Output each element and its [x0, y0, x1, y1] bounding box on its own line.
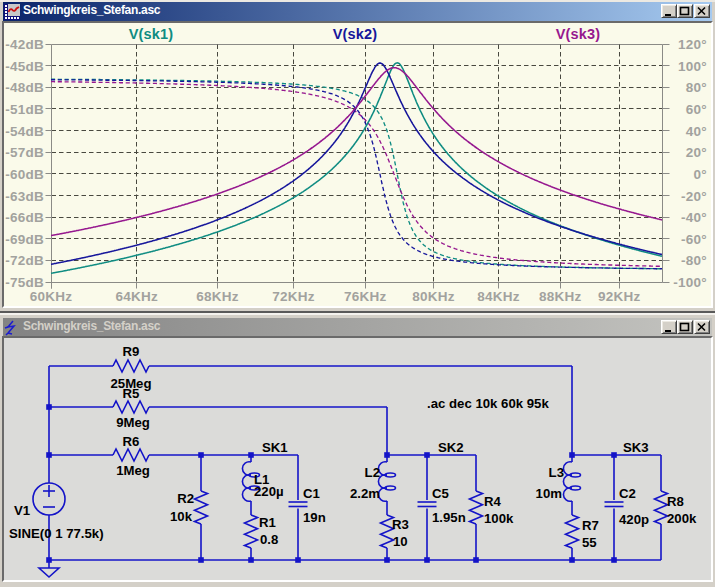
svg-text:0.8: 0.8: [260, 532, 278, 547]
svg-text:SK1: SK1: [262, 440, 288, 455]
svg-text:40°: 40°: [686, 124, 707, 139]
svg-text:72KHz: 72KHz: [272, 289, 315, 304]
svg-text:L2: L2: [365, 465, 380, 480]
svg-text:76KHz: 76KHz: [344, 289, 387, 304]
svg-text:L3: L3: [549, 465, 564, 480]
svg-text:1.95n: 1.95n: [432, 510, 466, 525]
svg-text:-80°: -80°: [681, 253, 707, 268]
svg-text:200k: 200k: [667, 511, 697, 526]
svg-text:0°: 0°: [694, 167, 707, 182]
svg-text:1Meg: 1Meg: [116, 463, 150, 478]
svg-text:-60dB: -60dB: [5, 167, 44, 182]
svg-text:-100°: -100°: [673, 275, 707, 290]
svg-text:84KHz: 84KHz: [477, 289, 520, 304]
svg-text:-72dB: -72dB: [5, 253, 44, 268]
svg-text:64KHz: 64KHz: [116, 289, 159, 304]
svg-text:V(sk1): V(sk1): [129, 26, 174, 42]
svg-text:R1: R1: [259, 515, 276, 530]
svg-text:R8: R8: [667, 494, 684, 509]
svg-text:R7: R7: [582, 518, 599, 533]
svg-text:-48dB: -48dB: [5, 80, 44, 95]
svg-text:-51dB: -51dB: [5, 102, 44, 117]
svg-text:R3: R3: [392, 517, 409, 532]
svg-text:-42dB: -42dB: [5, 37, 44, 52]
svg-text:-40°: -40°: [681, 210, 707, 225]
svg-text:V(sk2): V(sk2): [333, 26, 378, 42]
svg-text:68KHz: 68KHz: [196, 289, 239, 304]
svg-text:V1: V1: [14, 503, 30, 518]
svg-text:-54dB: -54dB: [5, 124, 44, 139]
svg-text:100k: 100k: [484, 511, 514, 526]
svg-text:R5: R5: [123, 386, 140, 401]
svg-text:-57dB: -57dB: [5, 145, 44, 160]
svg-text:-63dB: -63dB: [5, 189, 44, 204]
svg-text:60°: 60°: [686, 102, 707, 117]
svg-text:92KHz: 92KHz: [598, 289, 641, 304]
svg-text:-20°: -20°: [681, 189, 707, 204]
svg-text:2.2m: 2.2m: [350, 486, 380, 501]
svg-text:R2: R2: [177, 491, 194, 506]
svg-text:C5: C5: [432, 486, 449, 501]
svg-text:9Meg: 9Meg: [116, 415, 150, 430]
svg-text:-69dB: -69dB: [5, 232, 44, 247]
svg-text:C2: C2: [619, 486, 636, 501]
svg-text:10m: 10m: [536, 486, 562, 501]
svg-text:R9: R9: [123, 344, 140, 359]
svg-text:55: 55: [582, 535, 597, 550]
svg-text:88KHz: 88KHz: [539, 289, 582, 304]
svg-text:-60°: -60°: [681, 232, 707, 247]
svg-text:R4: R4: [484, 494, 502, 509]
svg-text:120°: 120°: [678, 37, 707, 52]
svg-text:19n: 19n: [303, 510, 326, 525]
svg-text:10: 10: [393, 534, 408, 549]
svg-text:80°: 80°: [686, 80, 707, 95]
svg-text:100°: 100°: [678, 59, 707, 74]
svg-text:60KHz: 60KHz: [30, 289, 73, 304]
svg-text:C1: C1: [303, 486, 320, 501]
svg-text:SINE(0 1 77.5k): SINE(0 1 77.5k): [9, 526, 104, 541]
svg-text:V(sk3): V(sk3): [556, 26, 601, 42]
svg-text:-66dB: -66dB: [5, 210, 44, 225]
svg-text:.ac dec 10k 60k 95k: .ac dec 10k 60k 95k: [427, 396, 549, 411]
svg-text:R6: R6: [123, 434, 140, 449]
svg-text:20°: 20°: [686, 145, 707, 160]
svg-text:SK2: SK2: [438, 440, 464, 455]
svg-text:80KHz: 80KHz: [412, 289, 455, 304]
svg-text:-45dB: -45dB: [5, 59, 44, 74]
svg-text:SK3: SK3: [623, 440, 649, 455]
svg-text:220µ: 220µ: [254, 484, 284, 499]
svg-text:10k: 10k: [170, 509, 193, 524]
svg-text:420p: 420p: [619, 512, 649, 527]
